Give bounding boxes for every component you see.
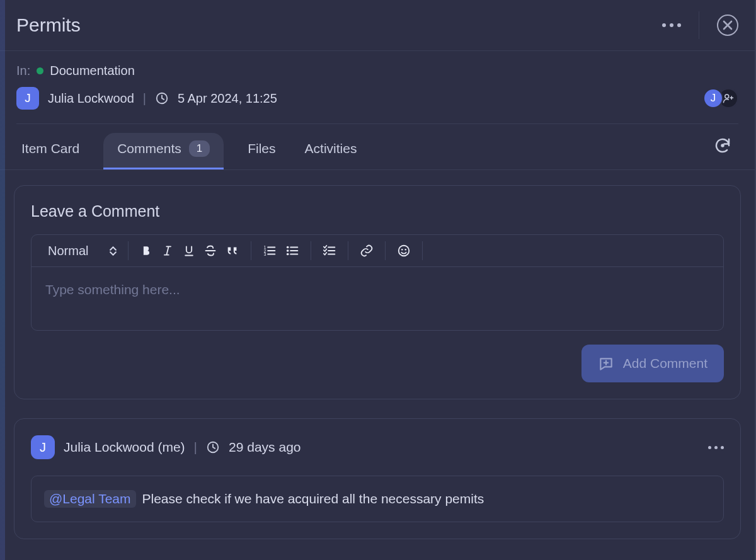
emoji-button[interactable]: [397, 244, 411, 258]
status-dot-icon: [37, 67, 43, 74]
composer-title: Leave a Comment: [31, 202, 724, 220]
tab-label: Comments: [117, 141, 181, 156]
more-options-button[interactable]: [662, 23, 681, 27]
svg-text:3: 3: [264, 252, 266, 256]
paragraph-format-select[interactable]: Normal: [48, 244, 117, 258]
comment-header: J Julia Lockwood (me) | 29 days ago: [31, 435, 724, 459]
emoji-icon: [397, 244, 411, 258]
author-avatar[interactable]: J: [16, 87, 39, 110]
svg-point-9: [399, 246, 410, 256]
clock-icon: [155, 91, 169, 105]
add-user-icon: [723, 93, 734, 104]
svg-point-1: [725, 94, 729, 98]
ordered-list-icon: 123: [263, 244, 277, 257]
comments-count-badge: 1: [189, 140, 210, 157]
comment-composer: Leave a Comment Normal: [14, 185, 741, 399]
bold-icon: [140, 244, 152, 257]
unordered-list-icon: [285, 244, 299, 257]
bold-button[interactable]: [140, 244, 152, 257]
author-info: J Julia Lockwood | 5 Apr 2024, 11:25: [16, 87, 277, 110]
category-name[interactable]: Documentation: [50, 64, 135, 78]
comment-item: J Julia Lockwood (me) | 29 days ago @Leg…: [14, 418, 741, 539]
text-style-group: [129, 244, 251, 257]
comment-body: @Legal Team Please check if we have acqu…: [31, 476, 724, 522]
tab-label: Item Card: [21, 141, 79, 156]
panel-header: Permits: [0, 0, 755, 51]
quote-icon: [226, 244, 239, 257]
clock-icon: [206, 440, 220, 454]
tabs: Item Card Comments 1 Files Activities: [16, 124, 362, 169]
link-icon: [360, 244, 374, 258]
composer-actions: Add Comment: [31, 345, 724, 382]
refresh-icon: [713, 136, 732, 155]
participants: J: [703, 88, 738, 108]
ordered-list-button[interactable]: 123: [263, 244, 277, 257]
category-row: In: Documentation: [16, 64, 738, 78]
panel-title: Permits: [16, 14, 81, 36]
comment-author-name[interactable]: Julia Lockwood (me): [64, 440, 185, 455]
chevron-updown-icon: [110, 246, 117, 256]
checklist-group: [311, 244, 348, 257]
participant-avatar[interactable]: J: [703, 88, 723, 108]
author-row: J Julia Lockwood | 5 Apr 2024, 11:25 J: [16, 87, 738, 124]
in-label: In:: [16, 64, 30, 78]
item-detail-panel: Permits In: Documentation J Julia Lockwo…: [0, 0, 756, 560]
toolbar-divider: [422, 241, 423, 260]
link-button[interactable]: [360, 244, 374, 258]
tab-item-card[interactable]: Item Card: [16, 134, 84, 169]
underline-button[interactable]: [183, 244, 195, 257]
add-comment-icon: [598, 356, 614, 372]
checklist-button[interactable]: [323, 244, 336, 257]
header-divider: [699, 11, 699, 39]
svg-point-11: [405, 249, 407, 251]
left-edge-decoration: [0, 0, 5, 560]
close-icon: [723, 20, 733, 30]
mention-chip[interactable]: @Legal Team: [44, 490, 136, 508]
comment-input[interactable]: [32, 267, 723, 328]
italic-icon: [161, 244, 174, 257]
comment-author-avatar[interactable]: J: [31, 435, 55, 459]
refresh-button[interactable]: [707, 130, 738, 164]
strikethrough-icon: [204, 244, 217, 257]
add-comment-button[interactable]: Add Comment: [581, 345, 724, 382]
svg-point-6: [287, 246, 289, 249]
tab-label: Activities: [305, 141, 357, 156]
comment-more-button[interactable]: [708, 446, 724, 449]
comment-author-info: J Julia Lockwood (me) | 29 days ago: [31, 435, 301, 459]
svg-point-8: [287, 253, 289, 256]
tab-files[interactable]: Files: [243, 134, 280, 169]
svg-point-7: [287, 249, 289, 252]
item-meta: In: Documentation J Julia Lockwood | 5 A…: [0, 51, 755, 124]
editor-toolbar: Normal: [32, 235, 723, 267]
emoji-group: [386, 244, 422, 258]
svg-point-2: [721, 144, 724, 147]
comment-text: Please check if we have acquired all the…: [142, 491, 484, 506]
svg-point-10: [401, 249, 403, 251]
underline-icon: [183, 244, 195, 257]
tab-comments[interactable]: Comments 1: [103, 133, 224, 169]
format-group: Normal: [37, 244, 128, 258]
format-select-label: Normal: [48, 244, 88, 258]
close-button[interactable]: [717, 14, 738, 36]
link-group: [348, 244, 385, 258]
tab-label: Files: [248, 141, 275, 156]
meta-separator: |: [143, 91, 146, 106]
add-comment-label: Add Comment: [623, 356, 707, 371]
blockquote-button[interactable]: [226, 244, 239, 257]
comment-separator: |: [194, 440, 197, 455]
list-group: 123: [251, 244, 311, 257]
tabs-row: Item Card Comments 1 Files Activities: [0, 124, 755, 169]
author-name[interactable]: Julia Lockwood: [48, 91, 134, 106]
header-actions: [662, 11, 738, 39]
strikethrough-button[interactable]: [204, 244, 217, 257]
rich-text-editor: Normal: [31, 234, 724, 331]
unordered-list-button[interactable]: [285, 244, 299, 257]
italic-button[interactable]: [161, 244, 174, 257]
tab-activities[interactable]: Activities: [300, 134, 362, 169]
created-timestamp: 5 Apr 2024, 11:25: [178, 91, 277, 106]
comment-timestamp: 29 days ago: [229, 440, 301, 455]
comments-body: Leave a Comment Normal: [0, 170, 755, 554]
checklist-icon: [323, 244, 336, 257]
